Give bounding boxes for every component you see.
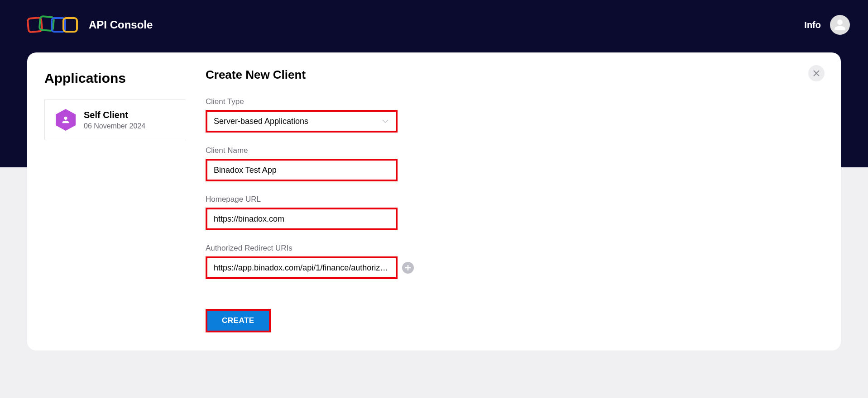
main-container: Applications Self Client 06 November 202… — [0, 52, 868, 351]
header-right: Info — [804, 15, 850, 35]
redirect-uris-highlight — [206, 256, 398, 279]
self-client-icon — [56, 109, 76, 131]
client-name-highlight — [206, 159, 398, 181]
content-card: Create New Client Client Type Server-bas… — [186, 52, 841, 351]
app-item[interactable]: Self Client 06 November 2024 — [44, 100, 186, 140]
redirect-row — [206, 256, 823, 279]
app-name: Self Client — [84, 110, 145, 120]
client-name-label: Client Name — [206, 146, 823, 155]
redirect-uris-group: Authorized Redirect URIs — [206, 244, 823, 279]
close-icon — [813, 70, 820, 76]
app-date: 06 November 2024 — [84, 122, 145, 130]
homepage-url-label: Homepage URL — [206, 195, 823, 204]
homepage-url-group: Homepage URL — [206, 195, 823, 230]
client-type-group: Client Type Server-based Applications — [206, 97, 823, 133]
homepage-url-input[interactable] — [207, 209, 396, 228]
client-type-value: Server-based Applications — [214, 117, 308, 126]
chevron-down-icon — [381, 117, 389, 125]
client-type-highlight: Server-based Applications — [206, 110, 398, 133]
create-button-highlight: CREATE — [206, 309, 271, 332]
client-name-input[interactable] — [207, 161, 396, 180]
client-type-select[interactable]: Server-based Applications — [207, 112, 396, 131]
form-title: Create New Client — [206, 68, 823, 82]
logo-icon — [27, 15, 82, 35]
plus-icon — [405, 265, 411, 271]
client-type-label: Client Type — [206, 97, 823, 106]
user-icon — [61, 115, 71, 125]
redirect-uris-label: Authorized Redirect URIs — [206, 244, 823, 253]
create-button[interactable]: CREATE — [207, 311, 269, 331]
sidebar: Applications Self Client 06 November 202… — [27, 52, 186, 351]
add-redirect-button[interactable] — [402, 262, 414, 274]
app-info: Self Client 06 November 2024 — [84, 110, 145, 130]
header-bar: API Console Info — [0, 0, 868, 50]
homepage-url-highlight — [206, 208, 398, 230]
close-button[interactable] — [808, 65, 825, 81]
user-icon — [834, 19, 846, 31]
client-name-group: Client Name — [206, 146, 823, 181]
redirect-uris-input[interactable] — [207, 258, 396, 277]
sidebar-title: Applications — [27, 71, 186, 100]
info-link[interactable]: Info — [804, 20, 821, 30]
app-title: API Console — [89, 19, 153, 31]
logo-section: API Console — [27, 15, 153, 35]
avatar[interactable] — [830, 15, 850, 35]
